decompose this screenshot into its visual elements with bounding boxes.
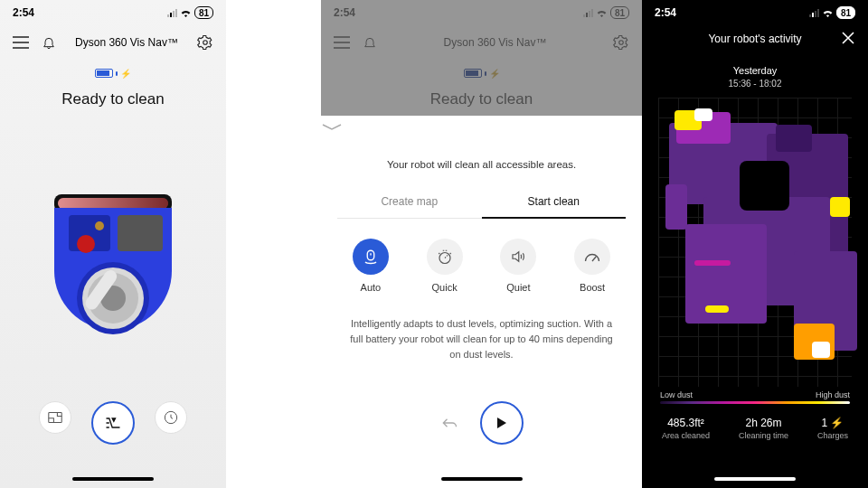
bell-icon[interactable] bbox=[42, 35, 56, 50]
home-indicator[interactable] bbox=[441, 477, 523, 481]
stats-row: 485.3ft² Area cleaned 2h 26m Cleaning ti… bbox=[642, 417, 868, 440]
device-name[interactable]: Dyson 360 Vis Nav™ bbox=[75, 36, 178, 49]
svg-point-12 bbox=[77, 235, 95, 253]
mode-label: Auto bbox=[361, 282, 382, 293]
status-bar: 2:54 81 bbox=[642, 0, 868, 25]
battery-icon: 81 bbox=[194, 6, 213, 19]
start-clean-sheet: 2:54 81 Dyson 360 Vis Nav™ ⚡ Ready to cl… bbox=[321, 0, 642, 488]
tabs: Create map Start clean bbox=[337, 186, 626, 219]
activity-day: Yesterday bbox=[642, 65, 868, 76]
svg-point-0 bbox=[203, 41, 208, 45]
bottom-actions bbox=[0, 401, 226, 445]
state-label: Ready to clean bbox=[0, 90, 226, 108]
clock: 2:54 bbox=[13, 6, 34, 19]
stat-area: 485.3ft² Area cleaned bbox=[662, 417, 710, 440]
home-screen: 2:54 81 Dyson 360 Vis Nav™ ⚡ Ready to cl… bbox=[0, 0, 226, 488]
stat-time: 2h 26m Cleaning time bbox=[739, 417, 788, 440]
mode-auto[interactable]: Auto bbox=[353, 239, 389, 293]
battery-indicator: ⚡ bbox=[0, 65, 226, 81]
mode-quick[interactable]: Quick bbox=[427, 239, 463, 293]
mode-description: Intelligently adapts to dust levels, opt… bbox=[346, 316, 617, 362]
history-button[interactable] bbox=[155, 401, 187, 434]
auto-icon bbox=[353, 239, 389, 275]
clean-modes: Auto Quick Quiet Boost bbox=[334, 239, 629, 293]
dust-legend: Low dust High dust bbox=[660, 390, 850, 399]
legend-high: High dust bbox=[816, 390, 850, 399]
cellular-icon bbox=[167, 8, 177, 17]
robot-image bbox=[45, 190, 181, 352]
svg-point-6 bbox=[95, 221, 104, 230]
gauge-icon bbox=[574, 239, 610, 275]
home-indicator[interactable] bbox=[72, 477, 154, 481]
tab-start-clean[interactable]: Start clean bbox=[482, 186, 627, 219]
svg-rect-3 bbox=[58, 198, 168, 209]
map-button[interactable] bbox=[39, 401, 71, 434]
svg-marker-14 bbox=[112, 418, 115, 421]
svg-rect-13 bbox=[49, 412, 61, 422]
activity-title: Your robot's activity bbox=[708, 33, 801, 45]
mode-label: Quick bbox=[432, 282, 458, 293]
legend-low: Low dust bbox=[660, 390, 693, 399]
close-icon[interactable] bbox=[841, 31, 855, 45]
status-bar: 2:54 81 bbox=[0, 0, 226, 25]
gear-icon[interactable] bbox=[197, 34, 213, 51]
clock: 2:54 bbox=[655, 6, 676, 19]
activity-time-range: 15:36 - 18:02 bbox=[642, 79, 868, 89]
menu-icon[interactable] bbox=[13, 36, 29, 49]
activity-header: Your robot's activity bbox=[642, 25, 868, 52]
undo-button[interactable] bbox=[440, 416, 458, 430]
home-indicator[interactable] bbox=[714, 477, 796, 481]
cellular-icon bbox=[809, 8, 819, 17]
wifi-icon bbox=[180, 8, 192, 17]
dust-heatmap[interactable] bbox=[658, 98, 852, 387]
speaker-icon bbox=[500, 239, 536, 275]
play-button[interactable] bbox=[480, 401, 524, 445]
dimmed-background[interactable]: 2:54 81 Dyson 360 Vis Nav™ ⚡ Ready to cl… bbox=[321, 0, 642, 116]
activity-screen: 2:54 81 Your robot's activity Yesterday … bbox=[642, 0, 868, 488]
stopwatch-icon bbox=[427, 239, 463, 275]
mode-quiet[interactable]: Quiet bbox=[500, 239, 536, 293]
sheet-handle[interactable] bbox=[321, 116, 642, 139]
mode-boost[interactable]: Boost bbox=[574, 239, 610, 293]
header: Dyson 360 Vis Nav™ bbox=[0, 25, 226, 60]
mode-label: Quiet bbox=[506, 282, 530, 293]
svg-rect-4 bbox=[118, 215, 163, 251]
legend-gradient bbox=[660, 401, 850, 404]
sheet-description: Your robot will clean all accessible are… bbox=[339, 159, 624, 170]
tab-create-map[interactable]: Create map bbox=[337, 186, 482, 218]
mode-label: Boost bbox=[580, 282, 605, 293]
battery-icon: 81 bbox=[836, 6, 855, 19]
zones-button[interactable] bbox=[91, 401, 135, 445]
status-right: 81 bbox=[167, 6, 213, 19]
svg-marker-19 bbox=[497, 418, 506, 428]
wifi-icon bbox=[822, 8, 834, 17]
stat-charges: 1 ⚡ Charges bbox=[817, 417, 848, 440]
